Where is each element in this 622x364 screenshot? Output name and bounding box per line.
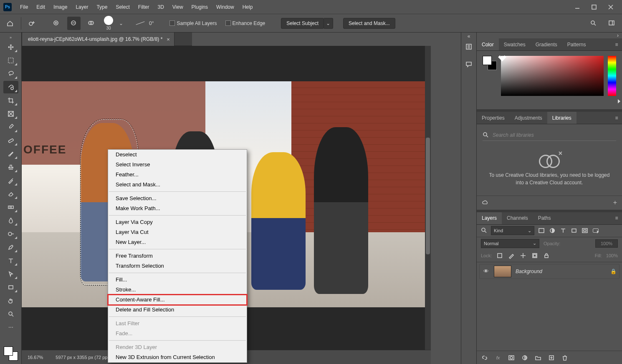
- menu-image[interactable]: Image: [49, 3, 71, 12]
- filter-shape-icon[interactable]: [570, 227, 578, 234]
- tab-color[interactable]: Color: [477, 38, 499, 50]
- history-brush-tool[interactable]: [3, 174, 18, 187]
- vertical-scrollbar[interactable]: [425, 46, 431, 350]
- panels-collapse[interactable]: ›: [477, 33, 622, 38]
- layer-row-background[interactable]: 👁 Background 🔒: [479, 264, 619, 279]
- shape-tool[interactable]: [3, 281, 18, 294]
- tab-patterns[interactable]: Patterns: [562, 38, 591, 50]
- ctx-new-layer[interactable]: New Layer...: [108, 237, 247, 247]
- menu-select[interactable]: Select: [111, 3, 134, 12]
- comments-panel-icon[interactable]: [464, 59, 474, 69]
- delete-layer-icon[interactable]: [561, 354, 569, 361]
- visibility-toggle[interactable]: 👁: [482, 268, 490, 274]
- document-tab[interactable]: eliott-reyna-jCEpN62oWL4-unsplash.jpg @ …: [22, 33, 174, 46]
- lasso-tool[interactable]: [3, 68, 18, 80]
- link-layers-icon[interactable]: [481, 354, 488, 361]
- ctx-select-and-mask[interactable]: Select and Mask...: [108, 180, 247, 190]
- frame-tool[interactable]: [3, 108, 18, 120]
- brush-preset-dropdown[interactable]: ⌄: [119, 20, 123, 26]
- quick-select-add-btn[interactable]: [50, 17, 63, 30]
- marquee-tool[interactable]: [3, 54, 18, 67]
- tab-gradients[interactable]: Gradients: [531, 38, 562, 50]
- zoom-tool[interactable]: [3, 308, 18, 320]
- ctx-delete-and-fill-selection[interactable]: Delete and Fill Selection: [108, 305, 247, 315]
- tab-channels[interactable]: Channels: [502, 212, 533, 224]
- eraser-tool[interactable]: [3, 188, 18, 200]
- ctx-content-aware-fill[interactable]: Content-Aware Fill...: [108, 295, 247, 305]
- filter-adjust-icon[interactable]: [549, 227, 556, 234]
- edit-toolbar-button[interactable]: ⋯: [3, 321, 18, 334]
- window-maximize-button[interactable]: [586, 2, 602, 13]
- ctx-select-inverse[interactable]: Select Inverse: [108, 160, 247, 170]
- menu-filter[interactable]: Filter: [134, 3, 154, 12]
- document-tab-close[interactable]: ×: [167, 36, 170, 43]
- sample-all-layers-checkbox[interactable]: Sample All Layers: [169, 20, 217, 26]
- mask-icon[interactable]: [508, 354, 515, 361]
- hand-tool[interactable]: [3, 294, 18, 307]
- clone-stamp-tool[interactable]: [3, 161, 18, 173]
- quick-selection-tool[interactable]: [3, 81, 18, 93]
- ctx-layer-via-cut[interactable]: Layer Via Cut: [108, 227, 247, 237]
- color-fg-bg[interactable]: [483, 56, 497, 70]
- select-subject-button[interactable]: Select Subject: [281, 18, 324, 29]
- ctx-free-transform[interactable]: Free Transform: [108, 251, 247, 261]
- history-panel-icon[interactable]: [464, 42, 474, 52]
- dodge-tool[interactable]: [3, 228, 18, 240]
- menu-3d[interactable]: 3D: [153, 3, 168, 12]
- adjustment-layer-icon[interactable]: [521, 354, 528, 361]
- filter-type-icon[interactable]: [559, 227, 567, 234]
- properties-panel-menu[interactable]: ≡: [611, 112, 622, 124]
- layers-panel-menu[interactable]: ≡: [611, 212, 622, 224]
- menu-type[interactable]: Type: [92, 3, 111, 12]
- pen-tool[interactable]: [3, 241, 18, 254]
- select-and-mask-button[interactable]: Select and Mask...: [343, 18, 395, 29]
- ctx-transform-selection[interactable]: Transform Selection: [108, 261, 247, 271]
- menu-file[interactable]: File: [16, 3, 32, 12]
- ctx-deselect[interactable]: Deselect: [108, 150, 247, 160]
- tab-swatches[interactable]: Swatches: [499, 38, 531, 50]
- blur-tool[interactable]: [3, 214, 18, 227]
- tab-layers[interactable]: Layers: [477, 212, 502, 224]
- brush-preview[interactable]: [104, 16, 113, 25]
- lock-all-icon[interactable]: [543, 252, 550, 259]
- window-close-button[interactable]: [603, 2, 619, 13]
- menu-plugins[interactable]: Plugins: [187, 3, 212, 12]
- dock-expand[interactable]: «: [461, 33, 476, 39]
- fg-swatch[interactable]: [4, 346, 13, 356]
- new-layer-icon[interactable]: [548, 354, 555, 361]
- layer-kind-dropdown[interactable]: Kind⌄: [491, 226, 534, 235]
- ctx-layer-via-copy[interactable]: Layer Via Copy: [108, 217, 247, 227]
- ctx-save-selection[interactable]: Save Selection...: [108, 193, 247, 203]
- menu-view[interactable]: View: [168, 3, 187, 12]
- window-minimize-button[interactable]: [569, 2, 585, 13]
- path-select-tool[interactable]: [3, 268, 18, 280]
- ctx-fill[interactable]: Fill...: [108, 275, 247, 285]
- workspace-switcher[interactable]: [605, 17, 619, 30]
- healing-tool[interactable]: [3, 134, 18, 147]
- home-button[interactable]: [3, 17, 17, 30]
- angle-value[interactable]: 0°: [149, 20, 154, 26]
- ctx-new-3d-extrusion-from-current-selection[interactable]: New 3D Extrusion from Current Selection: [108, 352, 247, 362]
- quick-select-intersect-btn[interactable]: [85, 17, 98, 30]
- libraries-add[interactable]: +: [613, 199, 617, 206]
- move-tool[interactable]: [3, 41, 18, 53]
- menu-help[interactable]: Help: [238, 3, 257, 12]
- opacity-field[interactable]: 100%: [595, 239, 618, 248]
- menu-window[interactable]: Window: [212, 3, 238, 12]
- filter-toggle[interactable]: [592, 227, 599, 234]
- color-panel-menu[interactable]: ≡: [611, 38, 622, 50]
- ctx-feather[interactable]: Feather...: [108, 170, 247, 180]
- enhance-edge-checkbox[interactable]: Enhance Edge: [225, 20, 265, 26]
- brush-tool[interactable]: [3, 148, 18, 160]
- tab-properties[interactable]: Properties: [477, 112, 510, 124]
- zoom-value[interactable]: 16.67%: [28, 355, 43, 360]
- fill-field[interactable]: 100%: [606, 253, 618, 258]
- toolbar-collapse[interactable]: »: [0, 35, 21, 40]
- type-tool[interactable]: [3, 254, 18, 267]
- filter-pixel-icon[interactable]: [538, 227, 545, 234]
- select-subject-dropdown[interactable]: ⌄: [324, 18, 333, 29]
- group-icon[interactable]: [534, 354, 542, 361]
- fx-icon[interactable]: fx: [494, 354, 502, 361]
- quick-select-subtract-btn[interactable]: [67, 17, 81, 30]
- color-swatches[interactable]: [4, 346, 18, 361]
